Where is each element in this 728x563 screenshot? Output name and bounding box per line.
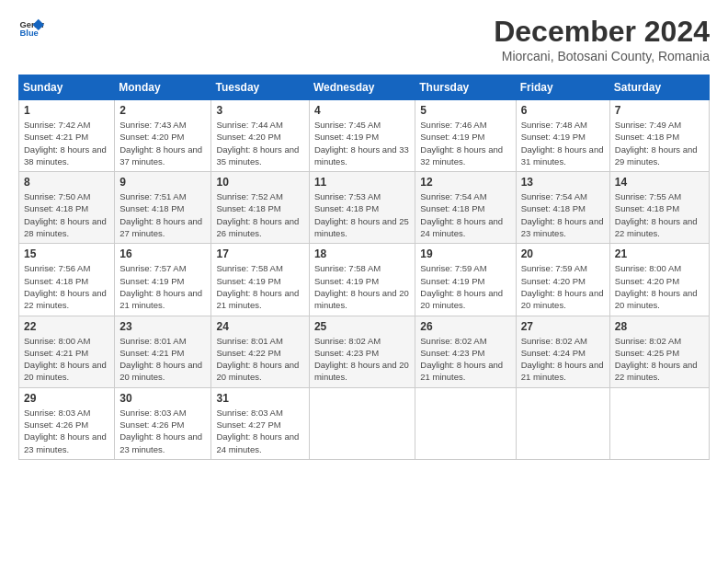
col-monday: Monday <box>115 75 211 100</box>
day-info: Sunrise: 7:44 AMSunset: 4:20 PMDaylight:… <box>216 119 303 167</box>
day-info: Sunrise: 7:46 AMSunset: 4:19 PMDaylight:… <box>420 119 510 167</box>
calendar-row-4: 22Sunrise: 8:00 AMSunset: 4:21 PMDayligh… <box>19 316 710 387</box>
day-info: Sunrise: 8:03 AMSunset: 4:26 PMDaylight:… <box>119 407 206 455</box>
calendar-cell: 24Sunrise: 8:01 AMSunset: 4:22 PMDayligh… <box>211 316 309 387</box>
calendar-cell: 28Sunrise: 8:02 AMSunset: 4:25 PMDayligh… <box>609 316 709 387</box>
calendar-cell: 10Sunrise: 7:52 AMSunset: 4:18 PMDayligh… <box>211 172 309 244</box>
calendar-cell: 9Sunrise: 7:51 AMSunset: 4:18 PMDaylight… <box>115 172 211 244</box>
day-number: 2 <box>119 104 206 117</box>
day-number: 18 <box>314 247 410 260</box>
day-number: 11 <box>314 176 410 189</box>
calendar-cell: 14Sunrise: 7:55 AMSunset: 4:18 PMDayligh… <box>609 172 709 244</box>
calendar-cell <box>309 387 415 459</box>
day-number: 22 <box>24 320 109 333</box>
calendar-cell: 11Sunrise: 7:53 AMSunset: 4:18 PMDayligh… <box>309 172 415 244</box>
calendar-cell: 26Sunrise: 8:02 AMSunset: 4:23 PMDayligh… <box>415 316 516 387</box>
day-info: Sunrise: 7:56 AMSunset: 4:18 PMDaylight:… <box>24 262 109 311</box>
calendar-cell: 21Sunrise: 8:00 AMSunset: 4:20 PMDayligh… <box>609 244 709 316</box>
day-info: Sunrise: 7:54 AMSunset: 4:18 PMDaylight:… <box>521 190 605 239</box>
day-number: 16 <box>119 247 206 260</box>
calendar-cell: 15Sunrise: 7:56 AMSunset: 4:18 PMDayligh… <box>19 244 115 316</box>
page-title: December 2024 <box>494 15 710 49</box>
calendar-row-2: 8Sunrise: 7:50 AMSunset: 4:18 PMDaylight… <box>19 172 710 244</box>
calendar-cell: 1Sunrise: 7:42 AMSunset: 4:21 PMDaylight… <box>19 100 115 172</box>
day-number: 28 <box>615 320 704 333</box>
day-number: 12 <box>420 176 510 189</box>
day-info: Sunrise: 7:50 AMSunset: 4:18 PMDaylight:… <box>24 190 109 239</box>
col-friday: Friday <box>516 75 609 100</box>
calendar-row-1: 1Sunrise: 7:42 AMSunset: 4:21 PMDaylight… <box>19 100 710 172</box>
calendar-cell: 2Sunrise: 7:43 AMSunset: 4:20 PMDaylight… <box>115 100 211 172</box>
day-info: Sunrise: 8:01 AMSunset: 4:22 PMDaylight:… <box>216 335 303 384</box>
calendar-cell: 17Sunrise: 7:58 AMSunset: 4:19 PMDayligh… <box>211 244 309 316</box>
col-tuesday: Tuesday <box>211 75 309 100</box>
day-number: 20 <box>521 247 605 260</box>
day-number: 3 <box>216 104 303 117</box>
day-number: 8 <box>24 176 109 189</box>
day-info: Sunrise: 8:02 AMSunset: 4:23 PMDaylight:… <box>420 335 510 384</box>
calendar-cell: 27Sunrise: 8:02 AMSunset: 4:24 PMDayligh… <box>516 316 609 387</box>
day-info: Sunrise: 7:55 AMSunset: 4:18 PMDaylight:… <box>615 190 704 239</box>
day-info: Sunrise: 7:42 AMSunset: 4:21 PMDaylight:… <box>24 119 109 167</box>
header-row: Sunday Monday Tuesday Wednesday Thursday… <box>19 75 710 100</box>
day-info: Sunrise: 8:00 AMSunset: 4:20 PMDaylight:… <box>615 262 704 311</box>
day-number: 25 <box>314 320 410 333</box>
calendar-cell: 16Sunrise: 7:57 AMSunset: 4:19 PMDayligh… <box>115 244 211 316</box>
day-number: 1 <box>24 104 109 117</box>
day-info: Sunrise: 7:43 AMSunset: 4:20 PMDaylight:… <box>119 119 206 167</box>
calendar-cell: 3Sunrise: 7:44 AMSunset: 4:20 PMDaylight… <box>211 100 309 172</box>
calendar-cell: 30Sunrise: 8:03 AMSunset: 4:26 PMDayligh… <box>115 387 211 459</box>
logo: General Blue <box>18 15 44 40</box>
page-subtitle: Miorcani, Botosani County, Romania <box>494 49 710 63</box>
day-number: 27 <box>521 320 605 333</box>
day-info: Sunrise: 8:00 AMSunset: 4:21 PMDaylight:… <box>24 335 109 384</box>
calendar-row-5: 29Sunrise: 8:03 AMSunset: 4:26 PMDayligh… <box>19 387 710 459</box>
calendar-cell: 31Sunrise: 8:03 AMSunset: 4:27 PMDayligh… <box>211 387 309 459</box>
calendar-cell: 7Sunrise: 7:49 AMSunset: 4:18 PMDaylight… <box>609 100 709 172</box>
calendar-cell <box>415 387 516 459</box>
day-number: 31 <box>216 392 303 405</box>
day-number: 21 <box>615 247 704 260</box>
day-number: 4 <box>314 104 410 117</box>
day-info: Sunrise: 8:03 AMSunset: 4:27 PMDaylight:… <box>216 407 303 455</box>
calendar-cell: 25Sunrise: 8:02 AMSunset: 4:23 PMDayligh… <box>309 316 415 387</box>
day-number: 19 <box>420 247 510 260</box>
calendar-cell <box>516 387 609 459</box>
day-info: Sunrise: 7:52 AMSunset: 4:18 PMDaylight:… <box>216 190 303 239</box>
day-info: Sunrise: 7:57 AMSunset: 4:19 PMDaylight:… <box>119 262 206 311</box>
logo-icon: General Blue <box>18 15 44 40</box>
day-number: 17 <box>216 247 303 260</box>
calendar-cell: 8Sunrise: 7:50 AMSunset: 4:18 PMDaylight… <box>19 172 115 244</box>
day-info: Sunrise: 7:58 AMSunset: 4:19 PMDaylight:… <box>314 262 410 311</box>
day-number: 29 <box>24 392 109 405</box>
day-number: 6 <box>521 104 605 117</box>
day-number: 5 <box>420 104 510 117</box>
calendar-cell: 23Sunrise: 8:01 AMSunset: 4:21 PMDayligh… <box>115 316 211 387</box>
day-info: Sunrise: 7:49 AMSunset: 4:18 PMDaylight:… <box>615 119 704 167</box>
calendar-cell: 4Sunrise: 7:45 AMSunset: 4:19 PMDaylight… <box>309 100 415 172</box>
day-number: 15 <box>24 247 109 260</box>
day-info: Sunrise: 7:54 AMSunset: 4:18 PMDaylight:… <box>420 190 510 239</box>
day-number: 10 <box>216 176 303 189</box>
col-saturday: Saturday <box>609 75 709 100</box>
day-info: Sunrise: 8:03 AMSunset: 4:26 PMDaylight:… <box>24 407 109 455</box>
calendar-table: Sunday Monday Tuesday Wednesday Thursday… <box>18 75 710 460</box>
day-number: 7 <box>615 104 704 117</box>
calendar-cell: 18Sunrise: 7:58 AMSunset: 4:19 PMDayligh… <box>309 244 415 316</box>
col-wednesday: Wednesday <box>309 75 415 100</box>
calendar-cell: 19Sunrise: 7:59 AMSunset: 4:19 PMDayligh… <box>415 244 516 316</box>
calendar-cell: 22Sunrise: 8:00 AMSunset: 4:21 PMDayligh… <box>19 316 115 387</box>
day-number: 13 <box>521 176 605 189</box>
calendar-cell <box>609 387 709 459</box>
day-info: Sunrise: 8:02 AMSunset: 4:24 PMDaylight:… <box>521 335 605 384</box>
col-thursday: Thursday <box>415 75 516 100</box>
day-info: Sunrise: 8:02 AMSunset: 4:23 PMDaylight:… <box>314 335 410 384</box>
day-number: 23 <box>119 320 206 333</box>
day-info: Sunrise: 7:58 AMSunset: 4:19 PMDaylight:… <box>216 262 303 311</box>
day-info: Sunrise: 8:02 AMSunset: 4:25 PMDaylight:… <box>615 335 704 384</box>
calendar-cell: 20Sunrise: 7:59 AMSunset: 4:20 PMDayligh… <box>516 244 609 316</box>
day-number: 30 <box>119 392 206 405</box>
day-info: Sunrise: 8:01 AMSunset: 4:21 PMDaylight:… <box>119 335 206 384</box>
day-info: Sunrise: 7:45 AMSunset: 4:19 PMDaylight:… <box>314 119 410 167</box>
header: General Blue December 2024 Miorcani, Bot… <box>18 15 710 63</box>
